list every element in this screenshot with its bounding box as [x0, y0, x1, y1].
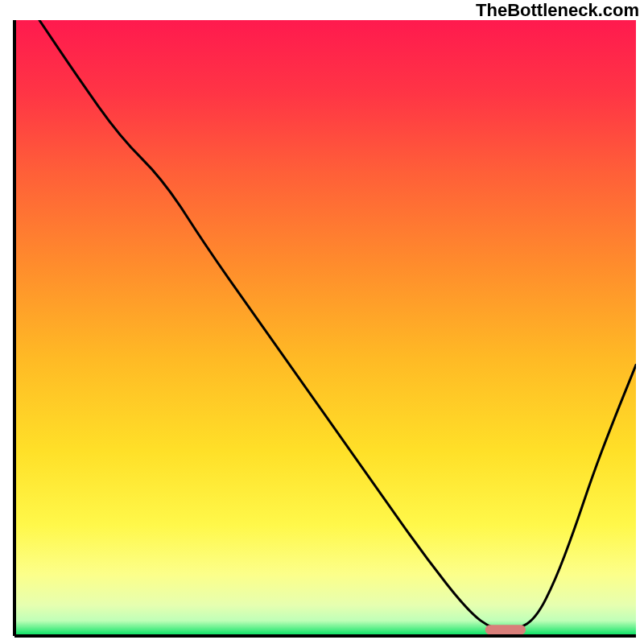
- watermark-text: TheBottleneck.com: [476, 0, 639, 21]
- chart-root: { "watermark": "TheBottleneck.com", "cha…: [0, 0, 644, 644]
- marker-pill: [485, 625, 526, 634]
- plot-background: [14, 20, 636, 636]
- bottleneck-chart: [0, 0, 644, 644]
